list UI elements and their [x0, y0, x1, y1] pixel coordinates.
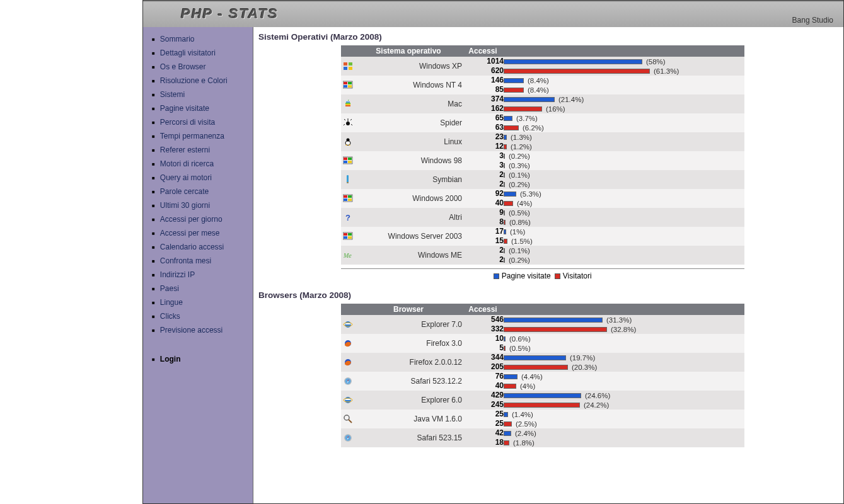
bar-vis — [504, 239, 507, 244]
legend-swatch-red — [555, 273, 560, 279]
browser-icon-cell — [341, 315, 355, 334]
pct-vis: (61.3%) — [654, 67, 679, 75]
legend-label-pv: Pagine visitate — [502, 272, 551, 280]
bar-pv — [504, 192, 516, 197]
os-bars-cell: (1%)(1.5%) — [504, 227, 744, 246]
brand-name: Bang Studio — [792, 16, 833, 25]
bar-vis — [504, 421, 512, 427]
nav-item-0[interactable]: Sommario — [160, 35, 195, 43]
nav-item-21[interactable]: Previsione accessi — [160, 326, 223, 335]
svg-text:?: ? — [345, 213, 350, 222]
os-row: Windows Server 20031715(1%)(1.5%) — [341, 227, 744, 246]
bar-pv — [504, 154, 505, 159]
ie-icon — [343, 319, 353, 329]
java-icon — [343, 414, 353, 424]
bar-pv — [504, 135, 507, 140]
nav-item-7[interactable]: Tempi permanenza — [160, 132, 224, 140]
os-icon-cell — [341, 94, 355, 113]
os-accessi-cell: 22 — [462, 170, 504, 189]
pct-vis: (1.5%) — [511, 238, 533, 245]
nav-item-4[interactable]: Sistemi — [160, 90, 185, 99]
os-row: Mac374162(21.4%)(16%) — [341, 94, 744, 113]
browser-name-cell: Firefox 2.0.0.12 — [355, 353, 462, 372]
os-icon-cell — [341, 57, 355, 76]
os-bars-cell: (1.3%)(1.2%) — [504, 132, 744, 151]
os-accessi-cell: 2312 — [462, 132, 504, 151]
os-row: Windows 20009240(5.3%)(4%) — [341, 189, 744, 208]
os-accessi-cell: 33 — [462, 151, 504, 170]
svg-rect-27 — [348, 198, 352, 201]
browser-bars-cell: (1.4%)(2.5%) — [504, 410, 744, 428]
bar-vis — [504, 125, 519, 130]
nav-item-2[interactable]: Os e Browser — [160, 62, 206, 71]
br-col-icon — [341, 304, 355, 315]
browser-name-cell: Firefox 3.0 — [355, 334, 462, 353]
bar-pv — [504, 210, 505, 215]
nav-item-14[interactable]: Accessi per mese — [160, 229, 220, 238]
nav-item-15[interactable]: Calendario accessi — [160, 243, 224, 251]
pct-vis: (0.8%) — [509, 219, 531, 226]
nav-item-11[interactable]: Parole cercate — [160, 187, 209, 196]
svg-rect-33 — [348, 236, 352, 239]
browser-accessi-cell: 4218 — [462, 428, 504, 447]
nav-item-3[interactable]: Risoluzione e Colori — [160, 76, 228, 85]
os-bars-cell: (58%)(61.3%) — [504, 57, 744, 76]
nav-item-1[interactable]: Dettagli visitatori — [160, 49, 216, 57]
os-row: Linux2312(1.3%)(1.2%) — [341, 132, 744, 151]
nav-login[interactable]: Login — [160, 355, 181, 364]
svg-rect-5 — [348, 82, 352, 84]
os-accessi-cell: 98 — [462, 208, 504, 227]
nav-item-19[interactable]: Lingue — [160, 298, 183, 307]
os-icon-cell — [341, 189, 355, 208]
os-icon-cell: ? — [341, 208, 355, 227]
svg-rect-4 — [344, 82, 347, 84]
nav-item-18[interactable]: Paesi — [160, 284, 179, 293]
ff-icon — [343, 338, 353, 348]
os-row: Windows 9833(0.2%)(0.3%) — [341, 151, 744, 170]
os-accessi-cell: 22 — [462, 246, 504, 265]
sidebar: SommarioDettagli visitatoriOs e BrowserR… — [143, 27, 253, 503]
browser-accessi-cell: 105 — [462, 334, 504, 353]
bar-pv — [504, 355, 566, 360]
bar-vis — [504, 163, 505, 168]
pct-vis: (16%) — [546, 105, 565, 113]
svg-point-44 — [344, 415, 349, 420]
nav-item-5[interactable]: Pagine visitate — [160, 104, 209, 113]
ff-icon — [343, 357, 353, 367]
pct-pv: (0.6%) — [509, 335, 531, 343]
os-icon-cell — [341, 113, 355, 132]
pct-vis: (20.3%) — [572, 364, 597, 371]
nav-item-8[interactable]: Referer esterni — [160, 146, 210, 154]
win2000-icon — [343, 193, 353, 203]
winnt-icon — [343, 80, 353, 90]
os-icon-cell — [341, 132, 355, 151]
nav-item-16[interactable]: Confronta mesi — [160, 256, 211, 265]
app-frame: PHP - STATS Bang Studio SommarioDettagli… — [142, 0, 844, 504]
nav-item-9[interactable]: Motori di ricerca — [160, 159, 214, 168]
nav-item-17[interactable]: Indirizzi IP — [160, 270, 195, 279]
pct-pv: (0.1%) — [509, 171, 530, 179]
bar-pv — [504, 431, 511, 436]
nav-item-12[interactable]: Ultimi 30 giorni — [160, 201, 210, 210]
svg-line-14 — [351, 124, 352, 125]
nav-item-10[interactable]: Query ai motori — [160, 173, 212, 182]
browser-row: Safari 523.154218(2.4%)(1.8%) — [341, 428, 744, 447]
pct-vis: (0.2%) — [509, 256, 530, 264]
pct-vis: (4%) — [520, 382, 535, 390]
nav-list: SommarioDettagli visitatoriOs e BrowserR… — [147, 33, 248, 367]
svg-rect-17 — [344, 158, 347, 160]
nav-item-6[interactable]: Percorsi di visita — [160, 118, 215, 127]
os-bars-cell: (0.2%)(0.3%) — [504, 151, 744, 170]
nav-item-20[interactable]: Clicks — [160, 312, 180, 321]
browser-bars-cell: (4.4%)(4%) — [504, 372, 744, 391]
browser-accessi-cell: 2525 — [462, 410, 504, 428]
nav-item-13[interactable]: Accessi per giorno — [160, 215, 223, 224]
svg-rect-19 — [344, 161, 347, 163]
svg-rect-25 — [348, 195, 352, 198]
pct-pv: (19.7%) — [570, 354, 595, 362]
pct-pv: (5.3%) — [520, 190, 541, 198]
os-bars-cell: (8.4%)(8.4%) — [504, 76, 744, 94]
pct-vis: (0.2%) — [509, 181, 530, 188]
os-icon-cell — [341, 170, 355, 189]
bar-pv — [504, 229, 506, 234]
